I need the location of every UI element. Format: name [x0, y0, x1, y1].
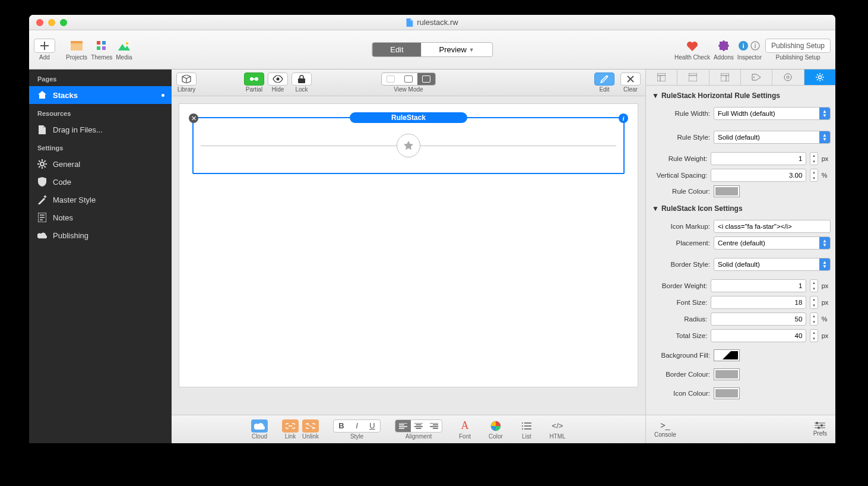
sidebar-item-general[interactable]: General — [29, 155, 172, 173]
list-button[interactable]: List — [518, 419, 535, 440]
hide-button[interactable]: Hide — [268, 72, 288, 93]
unlink-icon — [306, 423, 315, 429]
stepper-vspacing[interactable]: ▲▼ — [810, 169, 818, 182]
align-center-button[interactable] — [411, 420, 426, 432]
themes-button[interactable]: Themes — [91, 39, 112, 61]
sidebar-item-code[interactable]: Code — [29, 173, 172, 191]
sidebar-item-notes[interactable]: Notes — [29, 209, 172, 226]
zoom-window-button[interactable] — [60, 19, 67, 26]
stepper-rule-weight[interactable]: ▲▼ — [810, 152, 818, 165]
unit-pct: % — [822, 172, 831, 179]
section-rule-settings[interactable]: ▼RuleStack Horizontal Rule Settings — [651, 88, 831, 103]
svg-rect-0 — [71, 41, 83, 43]
view-mode-2[interactable] — [400, 73, 417, 85]
color-button[interactable]: Color — [487, 419, 504, 440]
input-border-weight[interactable] — [711, 279, 806, 292]
stepper-border-weight[interactable]: ▲▼ — [810, 279, 818, 292]
pencil-icon — [600, 75, 609, 83]
inspector-tab-5[interactable] — [772, 70, 804, 85]
projects-button[interactable]: Projects — [66, 39, 87, 61]
svg-text:i: i — [743, 42, 745, 49]
stack-edit-button[interactable]: Edit — [594, 72, 614, 93]
html-button[interactable]: </>HTML — [549, 419, 566, 440]
swatch-rule-colour[interactable] — [714, 185, 740, 197]
document-icon — [406, 18, 413, 27]
stack-info-button[interactable]: i — [619, 113, 628, 123]
select-rule-style[interactable]: Solid (default)▲▼ — [714, 131, 831, 144]
italic-button[interactable]: I — [349, 420, 365, 432]
addons-button[interactable]: Addons — [714, 39, 734, 61]
underline-button[interactable]: U — [365, 420, 380, 432]
plus-icon — [40, 42, 49, 50]
edit-mode-tab[interactable]: Edit — [372, 43, 421, 56]
sidebar-item-publishing[interactable]: Publishing — [29, 226, 172, 244]
inspector-toggle[interactable]: i i Inspector — [737, 39, 762, 61]
sidebar-item-drag-files[interactable]: Drag in Files... — [29, 121, 172, 138]
add-button[interactable]: Add — [34, 39, 55, 61]
align-right-button[interactable] — [426, 420, 442, 432]
puzzle-icon — [718, 40, 729, 51]
partial-button[interactable]: Partial — [244, 72, 264, 93]
cloud-button[interactable]: Cloud — [251, 419, 268, 440]
canvas[interactable]: ✕ RuleStack i — [172, 96, 645, 415]
media-button[interactable]: Media — [116, 39, 132, 61]
swatch-bg-fill[interactable] — [714, 349, 740, 361]
stepper-total-size[interactable]: ▲▼ — [810, 329, 818, 342]
stack-remove-button[interactable]: ✕ — [189, 113, 198, 123]
target-icon — [784, 73, 792, 81]
view-mode-3[interactable] — [417, 73, 435, 85]
prefs-button[interactable]: Prefs — [813, 422, 827, 437]
rule-icon-preview — [397, 134, 420, 157]
stepper-font-size[interactable]: ▲▼ — [810, 296, 818, 309]
inspector-tab-2[interactable] — [677, 70, 709, 85]
minimize-window-button[interactable] — [48, 19, 55, 26]
inspector-tab-4[interactable] — [741, 70, 772, 85]
label-radius: Radius: — [651, 315, 707, 323]
label-vspacing: Vertical Spacing: — [651, 172, 707, 179]
bold-button[interactable]: B — [334, 420, 349, 432]
select-rule-width[interactable]: Full Width (default)▲▼ — [714, 107, 831, 120]
sidebar: Pages Stacks Resources Drag in Files... … — [29, 70, 172, 443]
preview-mode-tab[interactable]: Preview▼ — [422, 43, 492, 56]
page-surface[interactable]: ✕ RuleStack i — [179, 103, 638, 387]
close-window-button[interactable] — [36, 19, 43, 26]
font-button[interactable]: AFont — [457, 419, 473, 440]
align-left-button[interactable] — [395, 420, 411, 432]
inspector-tab-3[interactable] — [709, 70, 741, 85]
canvas-toolbar: Library Partial Hide Lock — [172, 70, 645, 96]
input-font-size[interactable] — [711, 296, 806, 309]
swatch-border-colour[interactable] — [714, 368, 740, 380]
clear-button[interactable]: Clear — [620, 72, 641, 93]
align-left-icon — [399, 423, 407, 429]
health-check-button[interactable]: Health Check — [674, 39, 710, 61]
rulestack-element[interactable]: ✕ RuleStack i — [192, 117, 625, 174]
input-rule-weight[interactable] — [711, 152, 806, 165]
star-icon — [403, 140, 414, 151]
section-icon-settings[interactable]: ▼RuleStack Icon Settings — [651, 201, 831, 216]
lock-button[interactable]: Lock — [292, 72, 312, 93]
input-vspacing[interactable] — [711, 169, 806, 182]
input-icon-markup[interactable] — [714, 220, 831, 233]
unit-px: px — [822, 155, 831, 162]
label-border-weight: Border Weight: — [651, 282, 707, 289]
main-toolbar: Add Projects Themes Media Edit Preview▼ — [29, 30, 835, 70]
info-outline-icon: i — [750, 41, 760, 51]
sidebar-item-stacks[interactable]: Stacks — [29, 86, 172, 104]
publishing-setup-button[interactable]: Publishing Setup Publishing Setup — [765, 39, 831, 61]
inspector-tab-1[interactable] — [646, 70, 677, 85]
input-total-size[interactable] — [711, 329, 806, 342]
swatch-icon-colour[interactable] — [714, 387, 740, 399]
sidebar-item-master-style[interactable]: Master Style — [29, 191, 172, 209]
inspector-tab-settings[interactable] — [804, 70, 835, 85]
stepper-radius[interactable]: ▲▼ — [810, 313, 818, 326]
input-radius[interactable] — [711, 313, 806, 326]
gear-icon — [37, 159, 47, 169]
view-mode-1[interactable] — [382, 73, 400, 85]
console-button[interactable]: >_ Console — [654, 421, 676, 438]
select-placement[interactable]: Centre (default)▲▼ — [714, 236, 831, 250]
svg-point-12 — [40, 162, 44, 166]
link-button[interactable]: Link — [282, 419, 299, 440]
select-border-style[interactable]: Solid (default)▲▼ — [714, 258, 831, 271]
unlink-button[interactable]: Unlink — [302, 419, 319, 440]
library-button[interactable]: Library — [176, 72, 197, 93]
